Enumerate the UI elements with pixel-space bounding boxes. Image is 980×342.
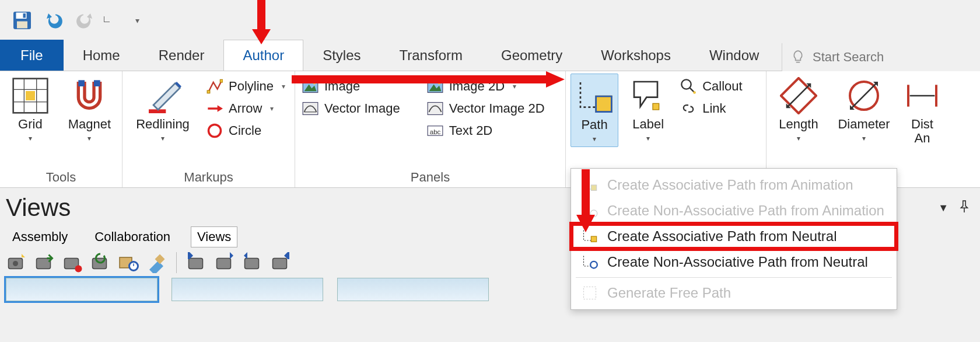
length-button[interactable]: Length ▾ bbox=[771, 74, 826, 146]
svg-line-41 bbox=[852, 83, 877, 109]
tab-home[interactable]: Home bbox=[64, 40, 139, 71]
path-dropdown-menu: Create Associative Path from Animation C… bbox=[570, 168, 897, 310]
tab-author[interactable]: Author bbox=[223, 40, 303, 71]
vector-image-label: Vector Image bbox=[324, 101, 400, 116]
polyline-label: Polyline bbox=[229, 79, 274, 94]
text-2d-button[interactable]: abc Text 2D bbox=[425, 121, 561, 140]
search-area bbox=[782, 43, 980, 71]
ribbon-tabs: File Home Render Author Styles Transform… bbox=[0, 41, 980, 71]
tab-geometry[interactable]: Geometry bbox=[482, 40, 582, 71]
clear-icon[interactable] bbox=[146, 252, 167, 273]
view-thumbnail[interactable] bbox=[337, 278, 489, 301]
svg-rect-27 bbox=[428, 103, 443, 115]
tab-workshops[interactable]: Workshops bbox=[582, 40, 690, 71]
record-view-icon[interactable] bbox=[62, 252, 83, 273]
link-button[interactable]: Link bbox=[678, 99, 761, 118]
svg-rect-14 bbox=[207, 90, 210, 93]
redo-button[interactable] bbox=[75, 10, 96, 31]
dist-label: Dist bbox=[911, 117, 933, 132]
last-view-icon[interactable] bbox=[270, 252, 291, 273]
search-input[interactable] bbox=[813, 50, 964, 65]
svg-point-33 bbox=[682, 79, 691, 89]
dd-label: Create Associative Path from Neutral bbox=[607, 228, 837, 245]
svg-text:abc: abc bbox=[429, 128, 440, 135]
views-collapse-icon[interactable]: ▼ bbox=[938, 202, 949, 214]
svg-rect-3 bbox=[17, 22, 27, 29]
svg-rect-68 bbox=[591, 185, 596, 190]
next-view-icon[interactable] bbox=[242, 252, 263, 273]
magnet-button[interactable]: Magnet ▾ bbox=[62, 74, 117, 146]
dd-create-assoc-anim: Create Associative Path from Animation bbox=[571, 172, 897, 198]
label-label: Label bbox=[632, 117, 664, 132]
grid-label: Grid bbox=[18, 117, 43, 132]
undo-button[interactable] bbox=[43, 10, 64, 31]
chevron-down-icon: ▾ bbox=[161, 134, 164, 142]
vector-image-button[interactable]: Vector Image bbox=[300, 99, 419, 118]
dd-label: Generate Free Path bbox=[607, 285, 731, 301]
views-tab-collaboration[interactable]: Collaboration bbox=[88, 226, 177, 247]
length-label: Length bbox=[779, 117, 818, 132]
callout-button[interactable]: Callout bbox=[678, 77, 761, 96]
first-view-icon[interactable] bbox=[186, 252, 207, 273]
svg-line-37 bbox=[788, 85, 809, 106]
svg-point-48 bbox=[13, 261, 18, 266]
qat-customize-icon[interactable]: ▾ bbox=[135, 16, 139, 25]
svg-marker-49 bbox=[22, 254, 25, 257]
arrow-button[interactable]: Arrow ▾ bbox=[204, 99, 288, 118]
svg-rect-61 bbox=[217, 259, 231, 269]
update-view-icon[interactable] bbox=[34, 252, 55, 273]
image-button[interactable]: Image bbox=[300, 77, 419, 96]
svg-point-69 bbox=[590, 210, 597, 217]
dist-button[interactable]: Dist An bbox=[902, 74, 943, 149]
image-2d-label: Image 2D bbox=[449, 79, 505, 94]
polyline-button[interactable]: Polyline ▾ bbox=[204, 77, 288, 96]
new-view-icon[interactable] bbox=[6, 252, 27, 273]
svg-rect-65 bbox=[273, 259, 287, 269]
chevron-down-icon: ▾ bbox=[270, 104, 274, 113]
svg-rect-10 bbox=[26, 91, 35, 100]
svg-point-18 bbox=[209, 125, 221, 137]
prev-view-icon[interactable] bbox=[214, 252, 235, 273]
redlining-label: Redlining bbox=[136, 117, 190, 132]
view-thumbnail[interactable] bbox=[6, 278, 158, 301]
svg-rect-63 bbox=[245, 259, 259, 269]
circle-button[interactable]: Circle bbox=[204, 121, 288, 140]
tab-transform[interactable]: Transform bbox=[380, 40, 482, 71]
dd-create-nonassoc-neutral[interactable]: Create Non-Associative Path from Neutral bbox=[571, 249, 897, 275]
label-button[interactable]: Label ▾ bbox=[624, 74, 672, 146]
refresh-view-icon[interactable] bbox=[90, 252, 111, 273]
tab-styles[interactable]: Styles bbox=[303, 40, 380, 71]
redlining-button[interactable]: Redlining ▾ bbox=[127, 74, 198, 146]
svg-marker-17 bbox=[218, 105, 223, 112]
quick-access-toolbar: ▾ bbox=[0, 0, 980, 41]
view-thumbnail[interactable] bbox=[172, 278, 323, 301]
save-button[interactable] bbox=[12, 10, 33, 31]
group-panels-label: Panels bbox=[300, 167, 561, 186]
lightbulb-icon bbox=[790, 50, 806, 65]
circle-label: Circle bbox=[229, 123, 261, 138]
image-2d-button[interactable]: Image 2D ▾ bbox=[425, 77, 561, 96]
group-panels: Image Vector Image Image 2D ▾ Vector Ima… bbox=[295, 71, 566, 187]
link-label: Link bbox=[702, 101, 726, 116]
vector-image-2d-button[interactable]: Vector Image 2D bbox=[425, 99, 561, 118]
timed-view-icon[interactable] bbox=[118, 252, 139, 273]
dd-create-assoc-neutral[interactable]: Create Associative Path from Neutral bbox=[571, 224, 897, 249]
tab-render[interactable]: Render bbox=[139, 40, 224, 71]
tab-file[interactable]: File bbox=[0, 40, 64, 71]
path-button[interactable]: Path ▾ bbox=[570, 74, 618, 147]
svg-rect-72 bbox=[584, 287, 596, 299]
svg-point-21 bbox=[313, 82, 316, 85]
views-pin-icon[interactable] bbox=[959, 200, 970, 215]
grid-button[interactable]: Grid ▾ bbox=[5, 74, 56, 146]
svg-rect-32 bbox=[653, 103, 659, 110]
dd-label: Create Non-Associative Path from Neutral bbox=[607, 254, 868, 270]
views-tab-assembly[interactable]: Assembly bbox=[6, 226, 74, 247]
views-tab-views[interactable]: Views bbox=[191, 226, 237, 247]
redo-dropdown-icon[interactable] bbox=[104, 16, 110, 22]
arrow-label: Arrow bbox=[229, 101, 262, 116]
svg-rect-50 bbox=[37, 259, 51, 269]
chevron-down-icon: ▾ bbox=[646, 134, 650, 142]
group-markups: Redlining ▾ Polyline ▾ Arrow ▾ Circle bbox=[123, 71, 295, 187]
tab-window[interactable]: Window bbox=[690, 40, 778, 71]
diameter-button[interactable]: Diameter ▾ bbox=[832, 74, 896, 146]
